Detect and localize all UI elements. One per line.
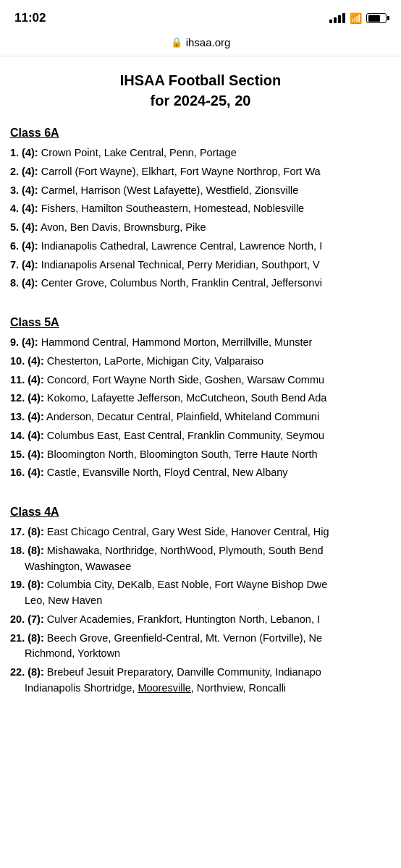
status-icons: 📶 (329, 12, 387, 24)
signal-bars-icon (329, 13, 345, 23)
main-content: IHSAA Football Section for 2024-25, 20 C… (0, 56, 401, 726)
list-item: 13. (4): Anderson, Decatur Central, Plai… (10, 409, 391, 425)
underlined-text: Mooresville (138, 682, 190, 694)
address-bar[interactable]: 🔒 ihsaa.org (0, 32, 401, 56)
page-title: IHSAA Football Section (10, 71, 391, 90)
list-item: 2. (4): Carroll (Fort Wayne), Elkhart, F… (10, 164, 391, 180)
list-item: 19. (8): Columbia City, DeKalb, East Nob… (10, 577, 391, 609)
class-5a-heading: Class 5A (10, 316, 391, 329)
class-6a-heading: Class 6A (10, 127, 391, 140)
list-item: 11. (4): Concord, Fort Wayne North Side,… (10, 373, 391, 388)
wifi-icon: 📶 (350, 12, 362, 24)
status-time: 11:02 (14, 11, 46, 25)
signal-bar-4 (342, 13, 345, 23)
list-item: 3. (4): Carmel, Harrison (West Lafayette… (10, 183, 391, 199)
list-item: 16. (4): Castle, Evansville North, Floyd… (10, 465, 391, 481)
class-4a-heading: Class 4A (10, 506, 391, 519)
url-text: ihsaa.org (186, 36, 231, 48)
list-item: 8. (4): Center Grove, Columbus North, Fr… (10, 276, 391, 292)
list-item: 14. (4): Columbus East, East Central, Fr… (10, 428, 391, 444)
list-item: 4. (4): Fishers, Hamilton Southeastern, … (10, 201, 391, 217)
list-item: 9. (4): Hammond Central, Hammond Morton,… (10, 335, 391, 351)
battery-fill (368, 15, 380, 22)
list-item: 17. (8): East Chicago Central, Gary West… (10, 524, 391, 540)
signal-bar-1 (329, 20, 332, 23)
class-6a-section: Class 6A 1. (4): Crown Point, Lake Centr… (10, 127, 391, 292)
list-item: 7. (4): Indianapolis Arsenal Technical, … (10, 258, 391, 273)
list-item: 5. (4): Avon, Ben Davis, Brownsburg, Pik… (10, 220, 391, 236)
signal-bar-2 (334, 17, 337, 23)
list-item: 12. (4): Kokomo, Lafayette Jefferson, Mc… (10, 391, 391, 407)
class-4a-section: Class 4A 17. (8): East Chicago Central, … (10, 506, 391, 697)
list-item: 18. (8): Mishawaka, Northridge, NorthWoo… (10, 543, 391, 575)
list-item: 20. (7): Culver Academies, Frankfort, Hu… (10, 612, 391, 628)
address-bar-content: 🔒 ihsaa.org (171, 36, 231, 48)
list-item: 10. (4): Chesterton, LaPorte, Michigan C… (10, 354, 391, 370)
page-subtitle: for 2024-25, 20 (10, 93, 391, 109)
list-item: 15. (4): Bloomington North, Bloomington … (10, 447, 391, 463)
class-5a-section: Class 5A 9. (4): Hammond Central, Hammon… (10, 316, 391, 481)
status-bar: 11:02 📶 (0, 0, 401, 32)
spacer (10, 306, 391, 316)
list-item: 21. (8): Beech Grove, Greenfield-Central… (10, 631, 391, 663)
spacer (10, 495, 391, 506)
lock-icon: 🔒 (171, 37, 182, 48)
signal-bar-3 (338, 15, 341, 23)
list-item: 6. (4): Indianapolis Cathedral, Lawrence… (10, 239, 391, 255)
list-item: 22. (8): Brebeuf Jesuit Preparatory, Dan… (10, 665, 391, 697)
battery-icon (366, 13, 387, 23)
list-item: 1. (4): Crown Point, Lake Central, Penn,… (10, 145, 391, 161)
